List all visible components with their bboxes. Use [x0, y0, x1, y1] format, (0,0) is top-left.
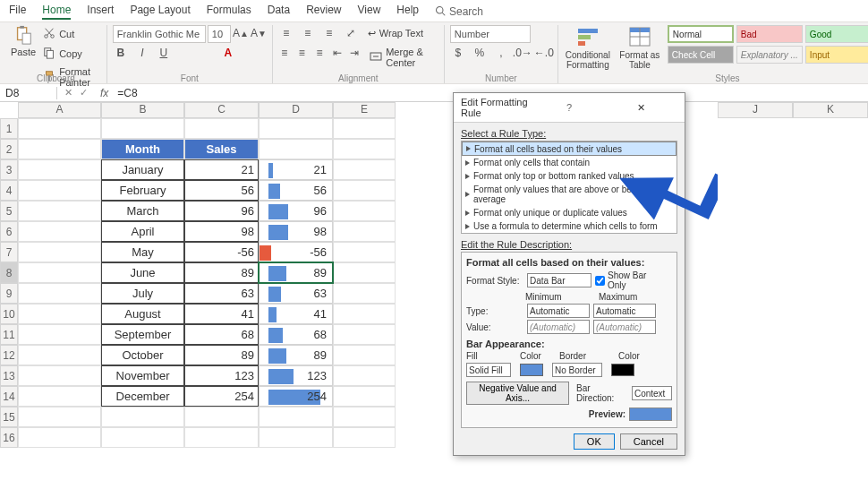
- cell[interactable]: [18, 180, 101, 201]
- increase-font-button[interactable]: A▲: [233, 25, 249, 41]
- cell[interactable]: [184, 427, 259, 448]
- row-header-5[interactable]: 5: [0, 201, 18, 221]
- cell[interactable]: 21: [259, 159, 333, 180]
- tell-me-search[interactable]: Search: [435, 4, 483, 20]
- col-header-e[interactable]: E: [333, 102, 396, 118]
- col-header-a[interactable]: A: [18, 102, 101, 118]
- cancel-button[interactable]: Cancel: [620, 433, 677, 450]
- border-color-swatch[interactable]: [611, 364, 634, 376]
- cell[interactable]: Month: [101, 139, 184, 159]
- font-size-select[interactable]: 10: [208, 25, 231, 43]
- cell[interactable]: 21: [184, 159, 259, 180]
- formula-input[interactable]: =C8: [114, 87, 140, 99]
- align-top-button[interactable]: ≡: [278, 25, 294, 41]
- fill-color-swatch[interactable]: [520, 364, 543, 376]
- cell[interactable]: March: [101, 201, 184, 221]
- column-headers-right[interactable]: J K: [718, 102, 868, 118]
- row-header-15[interactable]: 15: [0, 407, 18, 427]
- format-style-select[interactable]: Data Bar: [527, 273, 591, 287]
- cell[interactable]: Sales: [184, 139, 259, 159]
- cell[interactable]: [333, 304, 396, 324]
- cell[interactable]: [333, 262, 396, 283]
- menu-help[interactable]: Help: [396, 4, 419, 20]
- row-header-14[interactable]: 14: [0, 386, 18, 407]
- comma-button[interactable]: ,: [493, 45, 509, 61]
- col-header-k[interactable]: K: [793, 102, 868, 118]
- row-header-3[interactable]: 3: [0, 159, 18, 180]
- menu-home[interactable]: Home: [42, 4, 71, 20]
- cell[interactable]: 254: [184, 386, 259, 407]
- max-value-input[interactable]: (Automatic): [593, 320, 656, 334]
- underline-button[interactable]: U: [156, 45, 172, 61]
- cell[interactable]: -56: [259, 242, 333, 262]
- cell[interactable]: 98: [259, 221, 333, 242]
- cell[interactable]: 68: [184, 324, 259, 345]
- cell[interactable]: [333, 386, 396, 407]
- cell[interactable]: [101, 427, 184, 448]
- cell[interactable]: 123: [184, 365, 259, 386]
- cell[interactable]: September: [101, 324, 184, 345]
- row-header-2[interactable]: 2: [0, 139, 18, 159]
- format-as-table-button[interactable]: Format as Table: [616, 25, 664, 71]
- menu-insert[interactable]: Insert: [87, 4, 114, 20]
- cell[interactable]: [101, 118, 184, 139]
- cell[interactable]: 56: [184, 180, 259, 201]
- copy-button[interactable]: Copy: [39, 45, 101, 63]
- dialog-titlebar[interactable]: Edit Formatting Rule ? ✕: [454, 93, 685, 123]
- align-right-button[interactable]: ≡: [313, 45, 326, 61]
- row-header-4[interactable]: 4: [0, 180, 18, 201]
- cell[interactable]: [18, 221, 101, 242]
- cell[interactable]: [333, 365, 396, 386]
- paste-button[interactable]: Paste: [11, 25, 36, 71]
- cell[interactable]: [18, 427, 101, 448]
- percent-button[interactable]: %: [472, 45, 488, 61]
- menu-page-layout[interactable]: Page Layout: [130, 4, 190, 20]
- cell[interactable]: 96: [184, 201, 259, 221]
- cell[interactable]: [333, 283, 396, 304]
- cell[interactable]: [18, 159, 101, 180]
- cell[interactable]: 98: [184, 221, 259, 242]
- cell[interactable]: [184, 407, 259, 427]
- cell[interactable]: 63: [259, 283, 333, 304]
- row-header-1[interactable]: 1: [0, 118, 18, 139]
- cell[interactable]: 63: [184, 283, 259, 304]
- cell[interactable]: October: [101, 345, 184, 365]
- cell[interactable]: [18, 324, 101, 345]
- cell[interactable]: [333, 118, 396, 139]
- cell[interactable]: [259, 118, 333, 139]
- cell[interactable]: 68: [259, 324, 333, 345]
- cell[interactable]: June: [101, 262, 184, 283]
- align-center-button[interactable]: ≡: [296, 45, 309, 61]
- cell[interactable]: [101, 407, 184, 427]
- cell[interactable]: July: [101, 283, 184, 304]
- increase-indent-button[interactable]: ⇥: [349, 45, 362, 61]
- align-left-button[interactable]: ≡: [278, 45, 291, 61]
- style-explanatory[interactable]: Explanatory ...: [736, 46, 803, 64]
- cell[interactable]: [333, 201, 396, 221]
- row-header-12[interactable]: 12: [0, 345, 18, 365]
- cell[interactable]: [18, 407, 101, 427]
- menu-formulas[interactable]: Formulas: [207, 4, 251, 20]
- border-button[interactable]: [177, 45, 193, 61]
- cell[interactable]: 89: [184, 262, 259, 283]
- cell[interactable]: [259, 139, 333, 159]
- cell[interactable]: [18, 365, 101, 386]
- align-bottom-button[interactable]: ≡: [321, 25, 337, 41]
- increase-decimal-button[interactable]: .0→: [515, 45, 531, 61]
- cell[interactable]: 254: [259, 386, 333, 407]
- negative-value-axis-button[interactable]: Negative Value and Axis...: [466, 382, 569, 405]
- cell[interactable]: December: [101, 386, 184, 407]
- cell[interactable]: [333, 180, 396, 201]
- col-header-c[interactable]: C: [184, 102, 259, 118]
- min-type-select[interactable]: Automatic: [527, 304, 590, 318]
- cell[interactable]: 89: [259, 262, 333, 283]
- cell[interactable]: 41: [259, 304, 333, 324]
- cell[interactable]: May: [101, 242, 184, 262]
- cell[interactable]: [333, 242, 396, 262]
- font-color-button[interactable]: A: [220, 45, 236, 61]
- cell[interactable]: [333, 221, 396, 242]
- style-bad[interactable]: Bad: [736, 25, 803, 43]
- cell[interactable]: [259, 407, 333, 427]
- cell[interactable]: 56: [259, 180, 333, 201]
- fill-color-button[interactable]: [199, 45, 215, 61]
